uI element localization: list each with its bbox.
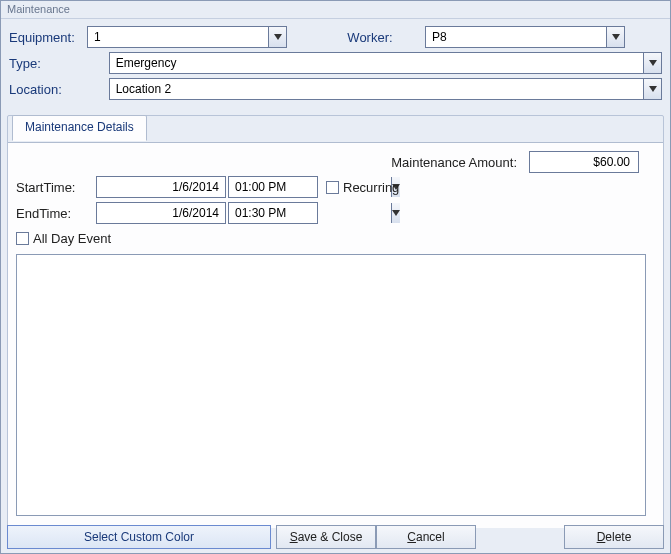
chevron-down-icon [612,34,620,40]
worker-dropdown-button[interactable] [606,27,624,47]
location-dropdown-button[interactable] [643,79,661,99]
header-form: Equipment: Worker: Type: Location: [1,19,670,111]
window-title: Maintenance [1,1,670,19]
recurring-checkbox[interactable] [326,181,339,194]
start-date-input[interactable] [96,176,226,198]
location-label: Location: [9,82,109,97]
chevron-down-icon [392,210,400,216]
type-dropdown-button[interactable] [643,53,661,73]
equipment-input[interactable] [88,27,268,47]
maintenance-window: Maintenance Equipment: Worker: Type: Loc… [0,0,671,554]
start-time-combo[interactable] [228,176,318,198]
bottom-toolbar: Select Custom Color Save & Close Cancel … [7,525,664,549]
end-time-dropdown-button[interactable] [391,203,400,223]
allday-label: All Day Event [33,231,111,246]
equipment-label: Equipment: [9,30,87,45]
recurring-label: Recurring [343,180,399,195]
worker-label: Worker: [315,30,425,45]
type-input[interactable] [110,53,643,73]
end-time-combo[interactable] [228,202,318,224]
amount-label: Maintenance Amount: [391,155,517,170]
chevron-down-icon [649,86,657,92]
allday-checkbox[interactable] [16,232,29,245]
cancel-button[interactable]: Cancel [376,525,476,549]
equipment-dropdown-button[interactable] [268,27,286,47]
location-input[interactable] [110,79,643,99]
starttime-label: StartTime: [16,180,96,195]
tab-body: Maintenance Amount: StartTime: Recurring [8,142,663,528]
notes-textarea[interactable] [16,254,646,516]
type-combo[interactable] [109,52,662,74]
save-and-close-button[interactable]: Save & Close [276,525,376,549]
endtime-label: EndTime: [16,206,96,221]
type-label: Type: [9,56,109,71]
tab-container: Maintenance Details Maintenance Amount: … [7,115,664,527]
worker-input[interactable] [426,27,606,47]
equipment-combo[interactable] [87,26,287,48]
end-date-input[interactable] [96,202,226,224]
amount-input[interactable] [529,151,639,173]
tab-maintenance-details[interactable]: Maintenance Details [12,115,147,141]
worker-combo[interactable] [425,26,625,48]
chevron-down-icon [649,60,657,66]
delete-button[interactable]: Delete [564,525,664,549]
select-custom-color-button[interactable]: Select Custom Color [7,525,271,549]
location-combo[interactable] [109,78,662,100]
chevron-down-icon [274,34,282,40]
end-time-input[interactable] [229,203,391,223]
